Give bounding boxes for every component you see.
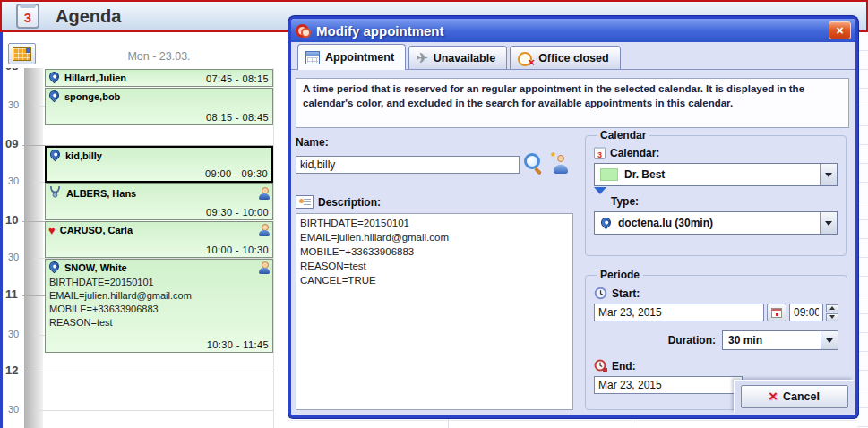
duration-value: 30 min [728, 334, 762, 347]
stethoscope-icon [48, 185, 62, 201]
start-label: Start: [594, 287, 838, 300]
calendar-color-swatch [600, 168, 618, 181]
calendar-icon-number: 3 [24, 10, 31, 25]
spinner-up-button[interactable] [826, 304, 838, 312]
appointment-name: kid,billy [65, 150, 102, 161]
grid-line [448, 417, 449, 428]
tab-office-closed[interactable]: × Office closed [510, 46, 621, 69]
appointment-details: BIRTHDATE=20150101 EMAIL=julien.hillard@… [46, 274, 272, 330]
person-badge-icon [259, 224, 270, 236]
appointment-time: 08:15 - 08:45 [206, 112, 269, 123]
search-icon[interactable] [522, 152, 544, 175]
detail-line: MOBILE=+33633906883 [49, 303, 271, 316]
type-select[interactable]: doctena.lu (30min) [594, 211, 838, 235]
date-picker-button[interactable] [767, 304, 786, 321]
tab-label: Unavailable [434, 52, 495, 64]
time-label: 30 [8, 404, 28, 415]
detail-line: BIRTHDATE=20150101 [49, 276, 271, 289]
day-column-header: Mon - 23.03. [45, 50, 273, 63]
background-grid-bottom [288, 417, 857, 428]
dialog-titlebar[interactable]: Modify appointment × [291, 19, 855, 42]
dropdown-arrow-icon[interactable] [821, 331, 838, 349]
type-select-value: doctena.lu (30min) [618, 217, 713, 229]
cancel-button[interactable]: × Cancel [741, 385, 848, 408]
map-pin-icon [47, 89, 62, 103]
appointment-name: SNOW, White [64, 262, 127, 273]
tab-label: Appointment [325, 51, 394, 64]
calendar-select-value: Dr. Best [624, 168, 665, 181]
start-date-input[interactable] [594, 304, 764, 321]
airplane-icon: ✈ [417, 51, 428, 64]
dropdown-arrow-icon[interactable] [820, 164, 837, 185]
appointment-time: 09:30 - 10:00 [206, 207, 269, 218]
agenda-calendar-icon: 3 [16, 4, 39, 29]
time-label: 30 [8, 175, 28, 186]
spinner-down-button[interactable] [826, 313, 838, 321]
close-button[interactable]: × [829, 21, 851, 39]
person-badge-icon [259, 187, 270, 200]
grid-line [632, 417, 632, 428]
appointment-name: sponge,bob [64, 91, 120, 102]
modify-appointment-dialog: Modify appointment × Appointment ✈ Unava… [288, 16, 858, 418]
calendar-label: 3 Calendar: [594, 147, 838, 159]
tab-appointment[interactable]: Appointment [297, 44, 406, 70]
info-text: A time period that is reserved for an re… [296, 78, 849, 128]
calendar-grid-icon [305, 51, 320, 64]
page-title: Agenda [56, 6, 121, 27]
appointment-card[interactable]: ALBERS, Hans 09:30 - 10:00 [45, 183, 273, 220]
background-grid-right [857, 32, 868, 428]
dropdown-arrow-icon[interactable] [820, 212, 837, 234]
person-badge-icon [259, 261, 270, 274]
time-label: 12 [5, 364, 25, 377]
end-label: End: [594, 359, 838, 372]
calendar-group: Calendar 3 Calendar: Dr. Best Type: [585, 129, 847, 256]
agenda-time-grid: 08 30 09 30 10 30 11 30 12 30 Hillard,Ju… [3, 68, 287, 428]
calendar-group-legend: Calendar [597, 129, 649, 141]
calendar-view-button[interactable] [8, 43, 36, 64]
agenda-panel: Mon - 23.03. 08 30 09 30 10 30 11 30 12 … [0, 32, 287, 428]
hour-line [22, 372, 273, 372]
calendar-select[interactable]: Dr. Best [594, 163, 838, 186]
appointment-name: CARUSO, Carla [60, 225, 133, 235]
button-panel: × Cancel [734, 380, 854, 413]
duration-select[interactable]: 30 min [722, 330, 838, 350]
periode-group-legend: Periode [597, 269, 643, 281]
screen: 3 Agenda Mon - 23.03. 08 30 09 30 10 [0, 0, 868, 428]
grid-line [288, 420, 857, 421]
end-date-input[interactable] [594, 376, 743, 394]
name-label: Name: [296, 136, 329, 149]
half-hour-line [34, 410, 273, 411]
clock-end-icon [594, 359, 607, 372]
calendar-grid-icon [13, 47, 31, 61]
appointment-time: 09:00 - 09:30 [205, 168, 268, 179]
map-pin-icon [47, 70, 62, 84]
gears-icon [296, 23, 311, 38]
add-person-icon[interactable]: * [551, 152, 571, 175]
red-x-icon: × [769, 389, 778, 404]
time-label: 08 [5, 68, 25, 73]
map-pin-icon [48, 148, 63, 162]
star-icon: * [551, 150, 555, 163]
description-label: Description: [296, 195, 381, 209]
time-label: 10 [5, 213, 25, 227]
time-label: 30 [8, 252, 28, 262]
description-textarea[interactable]: BIRTHDATE=20150101 EMAIL=julien.hillard@… [296, 213, 573, 410]
appointment-card[interactable]: Hillard,Julien 07:45 - 08:15 [45, 69, 273, 87]
column-edge-line [273, 68, 274, 428]
mini-calendar-icon [771, 308, 782, 318]
tab-unavailable[interactable]: ✈ Unavailable [408, 46, 507, 69]
name-input[interactable] [296, 156, 520, 174]
appointment-card[interactable]: SNOW, White BIRTHDATE=20150101 EMAIL=jul… [45, 259, 273, 353]
time-label: 30 [8, 99, 28, 110]
appointment-time: 10:00 - 10:30 [206, 244, 269, 255]
type-label: Type: [594, 194, 838, 208]
map-pin-icon [47, 260, 62, 274]
time-gutter [24, 68, 43, 428]
appointment-card[interactable]: ♥ CARUSO, Carla 10:00 - 10:30 [45, 221, 273, 258]
dialog-content: A time period that is reserved for an re… [291, 70, 855, 415]
appointment-card[interactable]: sponge,bob 08:15 - 08:45 [45, 88, 273, 125]
appointment-card-selected[interactable]: kid,billy 09:00 - 09:30 [45, 146, 273, 183]
appointment-time: 07:45 - 08:15 [206, 73, 269, 84]
detail-line: REASON=test [49, 316, 271, 330]
start-time-input[interactable] [789, 304, 823, 321]
